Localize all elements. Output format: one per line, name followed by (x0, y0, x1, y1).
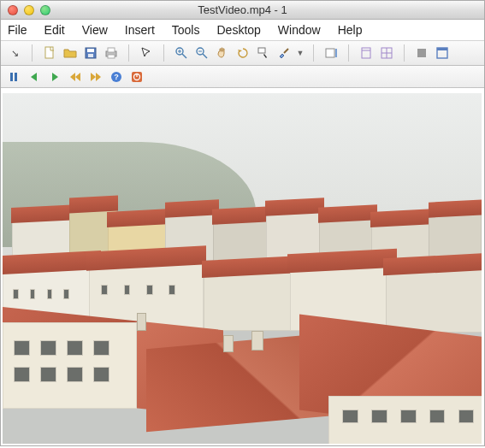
menu-tools[interactable]: Tools (172, 23, 200, 37)
minimize-window-button[interactable] (24, 5, 34, 15)
play-icon[interactable] (47, 69, 62, 85)
separator (128, 44, 129, 62)
separator (404, 44, 405, 62)
new-file-icon[interactable] (41, 44, 58, 62)
print-icon[interactable] (103, 44, 120, 62)
pointer-icon[interactable] (138, 44, 155, 62)
svg-rect-3 (88, 54, 93, 57)
data-cursor-icon[interactable] (255, 44, 272, 62)
dropdown-icon[interactable]: ▼ (296, 44, 305, 62)
svg-rect-0 (45, 47, 53, 58)
video-frame[interactable] (3, 93, 482, 444)
svg-line-12 (203, 54, 207, 58)
svg-rect-16 (326, 49, 334, 57)
playback-toolbar: ? (1, 66, 484, 88)
maximize-icon[interactable] (434, 44, 451, 62)
rotate-icon[interactable] (234, 44, 251, 62)
svg-rect-14 (258, 48, 265, 53)
menu-help[interactable]: Help (338, 23, 363, 37)
close-window-button[interactable] (8, 5, 18, 15)
rooftops-region (3, 227, 482, 444)
save-icon[interactable] (82, 44, 99, 62)
brush-icon[interactable] (275, 44, 293, 62)
svg-text:?: ? (114, 73, 119, 81)
layout-icon[interactable] (378, 44, 395, 62)
svg-line-8 (182, 54, 186, 58)
dock-icon[interactable] (358, 44, 375, 62)
svg-rect-27 (15, 73, 17, 81)
menu-insert[interactable]: Insert (125, 23, 155, 37)
open-icon[interactable] (62, 44, 79, 62)
prompt-icon[interactable]: ↘ (6, 44, 23, 62)
menubar: File Edit View Insert Tools Desktop Wind… (1, 20, 484, 40)
pause-icon[interactable] (6, 69, 21, 85)
svg-rect-23 (417, 49, 426, 57)
app-window: TestVideo.mp4 - 1 File Edit View Insert … (0, 0, 485, 446)
svg-rect-17 (335, 49, 337, 57)
separator (313, 44, 314, 62)
menu-window[interactable]: Window (278, 23, 321, 37)
menu-edit[interactable]: Edit (44, 23, 65, 37)
window-title: TestVideo.mp4 - 1 (1, 3, 484, 16)
zoom-window-button[interactable] (40, 5, 50, 15)
insert-colorbar-icon[interactable] (322, 44, 340, 62)
svg-rect-2 (87, 49, 94, 52)
separator (348, 44, 349, 62)
rewind-icon[interactable] (68, 69, 83, 85)
svg-rect-25 (437, 48, 447, 50)
separator (32, 44, 33, 62)
help-icon[interactable]: ? (109, 69, 124, 85)
menu-desktop[interactable]: Desktop (216, 23, 260, 37)
stop-icon[interactable] (413, 44, 430, 62)
titlebar: TestVideo.mp4 - 1 (1, 1, 484, 20)
svg-rect-18 (362, 48, 370, 58)
pan-icon[interactable] (214, 44, 231, 62)
svg-rect-6 (108, 55, 115, 58)
svg-line-15 (284, 49, 288, 53)
window-controls (1, 5, 50, 15)
step-back-icon[interactable] (27, 69, 42, 85)
zoom-in-icon[interactable] (173, 44, 190, 62)
figure-area (1, 88, 484, 445)
svg-rect-26 (10, 73, 13, 81)
fast-forward-icon[interactable] (88, 69, 104, 85)
menu-view[interactable]: View (82, 23, 108, 37)
main-toolbar: ↘ (1, 40, 484, 66)
zoom-out-icon[interactable] (193, 44, 210, 62)
menu-file[interactable]: File (8, 23, 27, 37)
separator (163, 44, 164, 62)
power-icon[interactable] (129, 69, 145, 85)
svg-rect-5 (108, 48, 115, 52)
